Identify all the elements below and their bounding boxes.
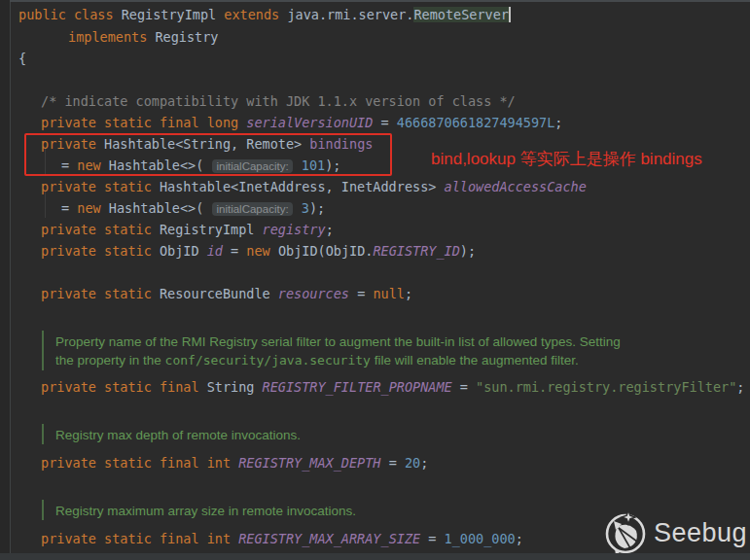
code-token: ObjID	[160, 243, 207, 259]
code-token: REGISTRY_ID	[373, 243, 459, 259]
code-token: String	[207, 379, 263, 395]
doc-comment-bar	[42, 500, 44, 520]
code-token: );	[460, 243, 476, 259]
code-token: public class	[18, 7, 122, 22]
code-token: =	[373, 115, 396, 130]
code-token: id	[207, 243, 223, 259]
code-token: =	[349, 286, 373, 301]
code-token: REGISTRY_MAX_ARRAY_SIZE	[238, 531, 420, 546]
code-token: REGISTRY_FILTER_PROPNAME	[263, 379, 452, 395]
code-token: Hashtable<>(	[109, 200, 212, 216]
code-token: registry	[263, 222, 326, 237]
annotation-box	[24, 133, 392, 176]
seebug-bug-icon	[603, 510, 648, 555]
doc-comment-bar	[42, 331, 44, 370]
code-token: ;	[405, 286, 412, 301]
code-token: ;	[554, 115, 562, 130]
code-token: java.rmi.server.	[287, 7, 413, 22]
inlay-hint: initialCapacity:	[212, 202, 292, 216]
code-line[interactable]: private static final int REGISTRY_MAX_AR…	[41, 528, 523, 549]
code-token: /* indicate compatibility with JDK 1.1.x…	[41, 93, 516, 109]
top-border	[10, 0, 750, 2]
code-token: Registry max depth of remote invocations…	[55, 428, 301, 442]
code-token: RegistryImpl	[160, 222, 263, 237]
code-token: ;	[516, 531, 523, 546]
code-token: Registry	[155, 29, 218, 45]
code-line[interactable]: private static final String REGISTRY_FIL…	[41, 376, 744, 398]
code-line[interactable]: Registry max depth of remote invocations…	[55, 426, 301, 444]
code-token: implements	[68, 29, 155, 45]
bottom-border	[0, 553, 750, 560]
code-token: =	[223, 243, 246, 259]
code-token: =	[452, 379, 476, 395]
code-token: allowedAccessCache	[445, 179, 587, 194]
code-line[interactable]: private static final int REGISTRY_MAX_DE…	[41, 452, 428, 473]
code-token: 1_000_000	[445, 531, 516, 546]
annotation-text: bind,lookup 等实际上是操作 bindings	[431, 148, 702, 171]
code-token: 4666870661827494597L	[397, 115, 555, 130]
code-token: Property name of the RMI Registry serial…	[55, 334, 621, 349]
code-token: the property in the	[55, 353, 165, 368]
code-token: =	[381, 455, 405, 471]
code-token: private static	[41, 243, 160, 259]
code-token	[294, 200, 302, 216]
code-token: =	[61, 200, 77, 216]
code-token: REGISTRY_MAX_DEPTH	[238, 455, 380, 471]
doc-comment-bar	[42, 424, 44, 444]
seebug-logo: Seebug	[603, 509, 744, 556]
code-token: new	[246, 243, 278, 259]
code-token: "sun.rmi.registry.registryFilter"	[476, 379, 736, 395]
code-line[interactable]: private static ObjID id = new ObjID(ObjI…	[41, 240, 476, 262]
code-token: private static	[41, 222, 160, 237]
code-token: ;	[736, 379, 744, 395]
code-line[interactable]: public class RegistryImpl extends java.r…	[18, 4, 511, 25]
code-token: Registry maximum array size in remote in…	[55, 504, 356, 518]
code-token: RegistryImpl	[122, 7, 225, 22]
editor-gutter	[0, 0, 11, 560]
indent-guide	[45, 192, 46, 218]
text-caret	[509, 7, 511, 22]
code-token: resources	[278, 286, 349, 301]
code-editor-screenshot: public class RegistryImpl extends java.r…	[0, 0, 750, 560]
code-token: extends	[224, 7, 287, 22]
code-line[interactable]: {	[18, 48, 26, 69]
code-token: conf/security/java.security	[165, 353, 371, 368]
code-line[interactable]: = new Hashtable<>( initialCapacity: 3);	[61, 197, 325, 219]
code-line[interactable]: private static RegistryImpl registry;	[41, 219, 334, 240]
code-token: ResourceBundle	[160, 286, 278, 301]
code-line[interactable]: private static ResourceBundle resources …	[41, 283, 412, 304]
code-token: ;	[326, 222, 334, 237]
code-token: private static final	[41, 379, 207, 395]
code-token: serialVersionUID	[246, 115, 373, 130]
code-token: RemoteServer	[413, 7, 509, 22]
code-token: );	[309, 200, 325, 216]
code-token: private static final int	[41, 531, 238, 546]
code-token: new	[77, 200, 109, 216]
code-token: file will enable the augmented filter.	[371, 353, 579, 368]
code-token: {	[18, 51, 26, 66]
code-line[interactable]: private static final long serialVersionU…	[41, 112, 562, 133]
code-token: Hashtable<InetAddress, InetAddress>	[160, 179, 445, 194]
code-token: ObjID(ObjID.	[278, 243, 374, 259]
seebug-brand-text: Seebug	[654, 518, 747, 548]
code-token: private static final int	[41, 455, 238, 471]
code-token: private static	[41, 179, 160, 194]
code-line[interactable]: the property in the conf/security/java.s…	[55, 351, 579, 369]
code-token: 3	[302, 200, 309, 216]
code-line[interactable]: /* indicate compatibility with JDK 1.1.x…	[41, 90, 516, 112]
code-line[interactable]: implements Registry	[68, 26, 218, 48]
code-token: private static final long	[41, 115, 246, 130]
code-line[interactable]: Property name of the RMI Registry serial…	[55, 332, 621, 351]
code-token: 20	[405, 455, 420, 471]
code-token: private static	[41, 286, 160, 301]
code-line[interactable]: private static Hashtable<InetAddress, In…	[41, 176, 587, 197]
code-token: ;	[420, 455, 428, 471]
code-token: =	[420, 531, 444, 546]
code-token: null	[373, 286, 405, 301]
code-line[interactable]: Registry maximum array size in remote in…	[55, 502, 356, 520]
